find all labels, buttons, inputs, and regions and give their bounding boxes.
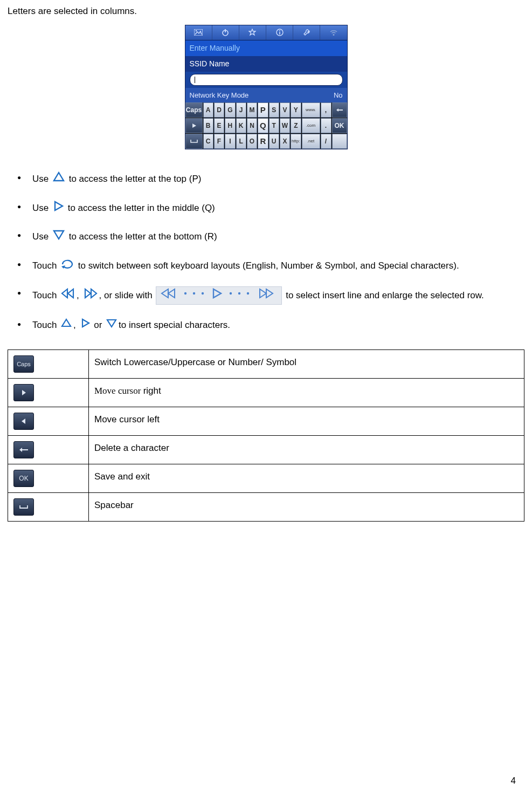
- triangle-up-outline-icon: [52, 171, 65, 187]
- intro-text: Letters are selected in columns.: [8, 4, 524, 18]
- svg-marker-25: [213, 289, 221, 298]
- tab-star-icon: [239, 25, 266, 40]
- svg-marker-31: [62, 319, 71, 326]
- device-mode-label: Network Key Mode: [190, 90, 249, 101]
- cell-desc: Save and exit: [89, 464, 524, 493]
- kbd-key: O: [247, 134, 257, 149]
- kbd-key: L: [236, 134, 246, 149]
- kbd-key: www.: [302, 102, 320, 118]
- kbd-key: P: [258, 102, 268, 118]
- kbd-key: K: [236, 118, 246, 133]
- svg-marker-32: [82, 319, 89, 327]
- kbd-key: [185, 134, 203, 149]
- keycap-ok-icon: OK: [13, 470, 34, 487]
- svg-marker-13: [55, 202, 63, 210]
- cycle-layout-icon: [60, 258, 74, 274]
- tab-info-icon: [266, 25, 293, 40]
- text: to switch between soft keyboard layouts …: [78, 261, 459, 271]
- keycap-cursor-left-icon: [13, 413, 34, 430]
- text: Touch: [32, 261, 59, 271]
- kbd-key: [332, 102, 347, 118]
- svg-marker-21: [168, 289, 175, 298]
- kbd-key: N: [247, 118, 257, 133]
- bullet-touch-slide: Touch , , or slide with to select insert…: [14, 280, 524, 311]
- kbd-key: U: [269, 134, 279, 149]
- kbd-key: OK: [332, 118, 347, 133]
- bullet-use-up: Use to access the letter at the top (P): [14, 164, 524, 194]
- kbd-key: [332, 134, 347, 149]
- text: to access the letter in the middle (Q): [68, 203, 215, 213]
- kbd-key: G: [225, 102, 235, 118]
- svg-point-28: [247, 292, 249, 294]
- svg-marker-29: [260, 289, 266, 298]
- triangle-right-outline-icon: [52, 200, 64, 216]
- kbd-key: Q: [258, 118, 268, 133]
- tab-photo-icon: [185, 25, 212, 40]
- kbd-key: H: [225, 118, 235, 133]
- keycap-spacebar-icon: [13, 498, 34, 516]
- keycap-backspace-icon: [13, 441, 34, 458]
- kbd-key: http:: [291, 134, 301, 149]
- text: to access the letter at the bottom (R): [69, 231, 217, 242]
- kbd-key: ,: [321, 102, 331, 118]
- svg-marker-18: [85, 289, 91, 298]
- kbd-key: C: [203, 134, 213, 149]
- svg-marker-35: [22, 419, 25, 424]
- cell-icon: [8, 493, 89, 522]
- bullet-use-down: Use to access the letter at the bottom (…: [14, 222, 524, 251]
- double-chevron-right-icon: [83, 288, 98, 303]
- svg-marker-19: [91, 289, 96, 298]
- text: to access the letter at the top (P): [69, 174, 202, 184]
- table-row: Move cursor right: [8, 379, 524, 407]
- table-row: Spacebar: [8, 493, 524, 522]
- svg-marker-14: [54, 231, 64, 239]
- svg-point-27: [238, 292, 240, 294]
- svg-point-6: [279, 30, 280, 31]
- text: ,: [77, 290, 81, 300]
- triangle-down-outline-icon: [52, 229, 65, 245]
- svg-marker-17: [68, 289, 73, 298]
- triangle-down-outline-icon: [106, 318, 118, 333]
- kbd-key: .com: [302, 118, 320, 133]
- kbd-key: Z: [291, 118, 301, 133]
- svg-marker-10: [336, 108, 338, 112]
- text: to insert special characters.: [119, 320, 230, 330]
- kbd-key: V: [280, 102, 290, 118]
- key-functions-table: Caps Switch Lowercase/Uppercase or Numbe…: [8, 349, 524, 522]
- device-mode-value: No: [334, 90, 343, 101]
- svg-point-24: [202, 292, 204, 294]
- svg-point-26: [230, 292, 232, 294]
- svg-marker-33: [107, 320, 116, 327]
- page-number: 4: [511, 774, 516, 788]
- text: Use: [32, 174, 51, 184]
- cell-desc: Switch Lowercase/Uppercase or Number/ Sy…: [89, 350, 524, 379]
- kbd-key: D: [214, 102, 224, 118]
- tab-power-icon: [212, 25, 239, 40]
- text: right: [143, 386, 161, 396]
- kbd-key: J: [236, 102, 246, 118]
- text: Use: [32, 231, 51, 242]
- text: Touch: [32, 320, 59, 330]
- cell-icon: [8, 379, 89, 407]
- kbd-key: F: [214, 134, 224, 149]
- cell-icon: [8, 407, 89, 436]
- triangle-right-outline-icon: [80, 318, 91, 333]
- svg-point-23: [193, 292, 195, 294]
- bullet-list: Use to access the letter at the top (P) …: [8, 164, 524, 339]
- kbd-key: B: [203, 118, 213, 133]
- kbd-key: Caps: [185, 102, 203, 118]
- text: ,: [73, 320, 78, 330]
- device-enter-manually: Enter Manually: [185, 40, 347, 56]
- kbd-key: W: [280, 118, 290, 133]
- text: , or slide with: [99, 290, 155, 300]
- kbd-key: /: [321, 134, 331, 149]
- kbd-key: .: [321, 118, 331, 133]
- slide-bar-icon: [156, 286, 282, 305]
- kbd-key: S: [269, 102, 279, 118]
- tab-wrench-icon: [293, 25, 320, 40]
- table-row: Delete a character: [8, 436, 524, 464]
- text: Move cursor: [94, 386, 143, 396]
- svg-marker-12: [54, 173, 64, 181]
- kbd-key: T: [269, 118, 279, 133]
- kbd-key: [185, 118, 203, 133]
